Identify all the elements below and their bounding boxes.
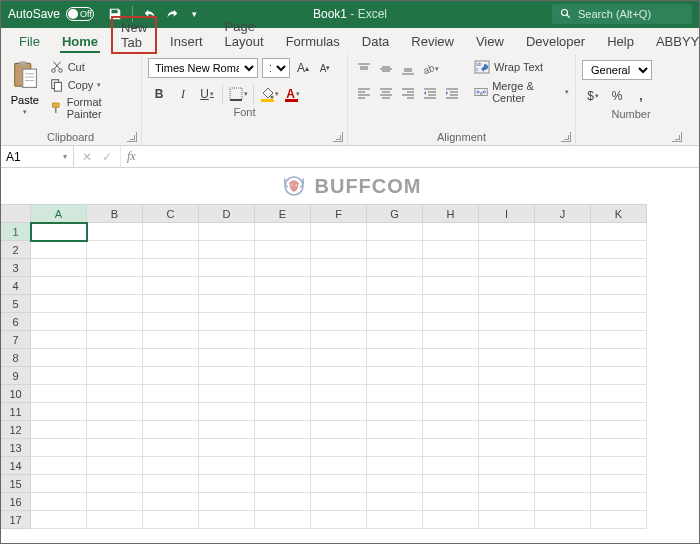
row-header[interactable]: 11 bbox=[1, 403, 31, 421]
cell[interactable] bbox=[31, 511, 87, 529]
cell[interactable] bbox=[199, 457, 255, 475]
cell[interactable] bbox=[367, 493, 423, 511]
cell[interactable] bbox=[423, 511, 479, 529]
cell[interactable] bbox=[255, 421, 311, 439]
cell[interactable] bbox=[591, 331, 647, 349]
format-painter-button[interactable]: Format Painter bbox=[50, 96, 135, 120]
cancel-formula-icon[interactable]: ✕ bbox=[82, 150, 92, 164]
row-header[interactable]: 2 bbox=[1, 241, 31, 259]
cell[interactable] bbox=[535, 295, 591, 313]
cell[interactable] bbox=[535, 511, 591, 529]
row-header[interactable]: 4 bbox=[1, 277, 31, 295]
cell[interactable] bbox=[87, 511, 143, 529]
cell[interactable] bbox=[199, 403, 255, 421]
tab-data[interactable]: Data bbox=[351, 29, 400, 54]
cell[interactable] bbox=[311, 385, 367, 403]
align-left-button[interactable] bbox=[354, 84, 374, 102]
cell[interactable] bbox=[423, 385, 479, 403]
tab-formulas[interactable]: Formulas bbox=[275, 29, 351, 54]
cell[interactable] bbox=[87, 475, 143, 493]
customize-qat-icon[interactable]: ▾ bbox=[187, 7, 201, 21]
percent-format-button[interactable]: % bbox=[606, 86, 628, 106]
wrap-text-button[interactable]: abc Wrap Text bbox=[474, 60, 569, 74]
cell[interactable] bbox=[31, 349, 87, 367]
align-center-button[interactable] bbox=[376, 84, 396, 102]
cell[interactable] bbox=[535, 403, 591, 421]
cell[interactable] bbox=[255, 367, 311, 385]
underline-button[interactable]: U▾ bbox=[196, 84, 218, 104]
cell[interactable] bbox=[535, 259, 591, 277]
cell[interactable] bbox=[479, 457, 535, 475]
column-header[interactable]: B bbox=[87, 205, 143, 223]
search-box[interactable]: Search (Alt+Q) bbox=[552, 4, 692, 24]
cell[interactable] bbox=[199, 421, 255, 439]
cell[interactable] bbox=[367, 259, 423, 277]
cell[interactable] bbox=[31, 493, 87, 511]
cell[interactable] bbox=[535, 223, 591, 241]
cell[interactable] bbox=[591, 493, 647, 511]
cell[interactable] bbox=[87, 421, 143, 439]
cell[interactable] bbox=[367, 475, 423, 493]
cell[interactable] bbox=[367, 421, 423, 439]
cell[interactable] bbox=[591, 223, 647, 241]
cell[interactable] bbox=[31, 313, 87, 331]
name-box[interactable]: A1 ▾ bbox=[0, 146, 74, 167]
cell[interactable] bbox=[31, 457, 87, 475]
row-header[interactable]: 15 bbox=[1, 475, 31, 493]
row-header[interactable]: 12 bbox=[1, 421, 31, 439]
autosave-toggle[interactable]: Off bbox=[66, 7, 94, 21]
cell[interactable] bbox=[143, 511, 199, 529]
cell[interactable] bbox=[143, 331, 199, 349]
cell[interactable] bbox=[535, 331, 591, 349]
cell[interactable] bbox=[87, 277, 143, 295]
cell[interactable] bbox=[311, 277, 367, 295]
cell[interactable] bbox=[591, 475, 647, 493]
italic-button[interactable]: I bbox=[172, 84, 194, 104]
row-header[interactable]: 8 bbox=[1, 349, 31, 367]
cell[interactable] bbox=[535, 475, 591, 493]
cell[interactable] bbox=[255, 493, 311, 511]
cell[interactable] bbox=[423, 493, 479, 511]
number-format-select[interactable]: General bbox=[582, 60, 652, 80]
fill-color-button[interactable]: ▾ bbox=[258, 84, 280, 104]
column-header[interactable]: C bbox=[143, 205, 199, 223]
cell[interactable] bbox=[535, 457, 591, 475]
cell[interactable] bbox=[591, 277, 647, 295]
cell[interactable] bbox=[31, 403, 87, 421]
row-header[interactable]: 16 bbox=[1, 493, 31, 511]
borders-button[interactable]: ▾ bbox=[227, 84, 249, 104]
tab-page-layout[interactable]: Page Layout bbox=[214, 14, 275, 54]
cell[interactable] bbox=[255, 259, 311, 277]
orientation-button[interactable]: ab▾ bbox=[420, 60, 440, 78]
cell[interactable] bbox=[31, 277, 87, 295]
tab-review[interactable]: Review bbox=[400, 29, 465, 54]
column-header[interactable]: A bbox=[31, 205, 87, 223]
cell[interactable] bbox=[479, 439, 535, 457]
row-header[interactable]: 14 bbox=[1, 457, 31, 475]
cell[interactable] bbox=[143, 241, 199, 259]
cell[interactable] bbox=[87, 295, 143, 313]
cell[interactable] bbox=[479, 313, 535, 331]
cell[interactable] bbox=[143, 457, 199, 475]
cell[interactable] bbox=[479, 403, 535, 421]
cell[interactable] bbox=[87, 349, 143, 367]
cell[interactable] bbox=[143, 349, 199, 367]
cell[interactable] bbox=[311, 367, 367, 385]
cell[interactable] bbox=[479, 367, 535, 385]
decrease-indent-button[interactable] bbox=[420, 84, 440, 102]
cell[interactable] bbox=[87, 403, 143, 421]
cell[interactable] bbox=[143, 421, 199, 439]
cell[interactable] bbox=[423, 277, 479, 295]
cell[interactable] bbox=[423, 367, 479, 385]
cell[interactable] bbox=[31, 223, 87, 241]
row-header[interactable]: 10 bbox=[1, 385, 31, 403]
cell[interactable] bbox=[479, 475, 535, 493]
cell[interactable] bbox=[311, 421, 367, 439]
cell[interactable] bbox=[423, 439, 479, 457]
cell[interactable] bbox=[87, 223, 143, 241]
cell[interactable] bbox=[591, 439, 647, 457]
tab-help[interactable]: Help bbox=[596, 29, 645, 54]
cell[interactable] bbox=[311, 349, 367, 367]
cell[interactable] bbox=[367, 313, 423, 331]
cell[interactable] bbox=[87, 457, 143, 475]
